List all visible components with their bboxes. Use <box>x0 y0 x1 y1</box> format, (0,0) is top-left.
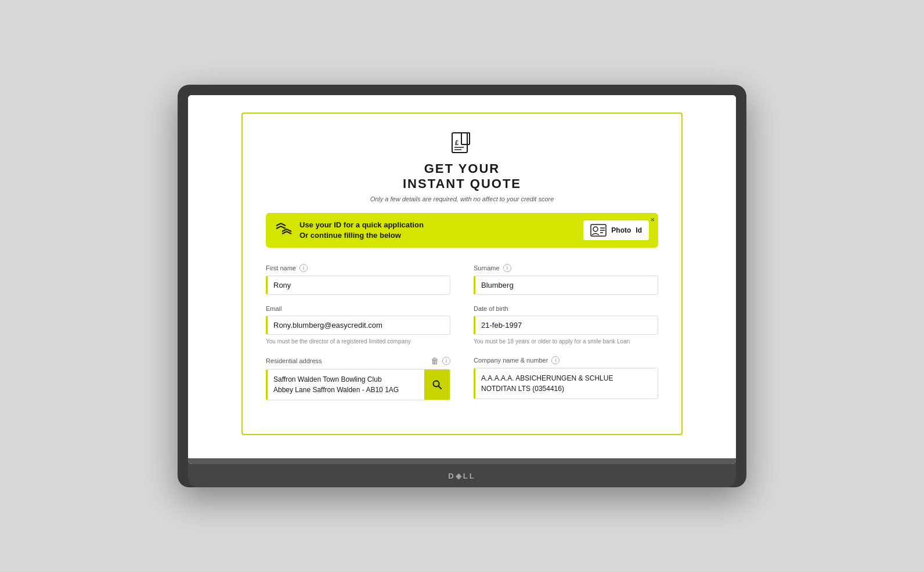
surname-group: Surname i <box>474 264 658 295</box>
surname-label: Surname i <box>474 264 658 272</box>
laptop-chin <box>188 458 736 464</box>
page-subtitle: Only a few details are required, with no… <box>266 196 658 202</box>
email-input[interactable] <box>266 316 450 335</box>
svg-point-6 <box>593 227 598 231</box>
address-info-icon[interactable]: i <box>442 357 450 365</box>
dob-input[interactable] <box>474 316 658 335</box>
svg-text:£: £ <box>455 139 459 146</box>
search-icon <box>432 380 442 389</box>
address-label: Residential address 🗑 i <box>266 356 450 365</box>
header-icon-wrapper: £ <box>450 131 474 158</box>
laptop-frame: £ GET YOUR INSTANT QUOTE Only a few deta… <box>178 85 746 487</box>
company-value: A.A.A.A.A. ABSICHERUNGEN & SCHLUE NOTDIT… <box>475 368 658 399</box>
address-value: Saffron Walden Town Bowling Club Abbey L… <box>268 370 424 400</box>
first-name-label: First name i <box>266 264 450 272</box>
first-name-input[interactable] <box>266 276 450 295</box>
id-card-icon <box>590 224 607 237</box>
svg-rect-1 <box>461 133 470 144</box>
form-row-name: First name i Surname i <box>266 264 658 295</box>
form-row-address-company: Residential address 🗑 i Saffron Walden T… <box>266 356 658 400</box>
address-delete-icon[interactable]: 🗑 <box>431 356 439 365</box>
photo-label: Photo <box>611 226 631 234</box>
form-row-email-dob: Email You must be the director of a regi… <box>266 305 658 346</box>
page-header: £ GET YOUR INSTANT QUOTE Only a few deta… <box>266 131 658 202</box>
email-hint: You must be the director of a registered… <box>266 338 450 346</box>
document-pound-icon: £ <box>450 147 474 157</box>
dob-hint: You must be 18 years or older to apply f… <box>474 338 658 346</box>
company-info-icon[interactable]: i <box>551 356 560 364</box>
address-search-button[interactable] <box>424 370 450 400</box>
page-title: GET YOUR INSTANT QUOTE <box>266 161 658 192</box>
svg-line-11 <box>439 386 442 389</box>
company-field-wrapper: A.A.A.A.A. ABSICHERUNGEN & SCHLUE NOTDIT… <box>474 368 658 399</box>
laptop-brand-label: D◈LL <box>448 472 475 480</box>
address-group: Residential address 🗑 i Saffron Walden T… <box>266 356 450 400</box>
email-label: Email <box>266 305 450 312</box>
company-label: Company name & number i <box>474 356 658 364</box>
banner-text: Use your ID for a quick application Or c… <box>299 220 424 241</box>
id-banner[interactable]: Use your ID for a quick application Or c… <box>266 213 658 248</box>
dob-label: Date of birth <box>474 305 658 312</box>
address-field-wrapper: Saffron Walden Town Bowling Club Abbey L… <box>266 369 450 400</box>
id-label: Id <box>636 226 642 234</box>
arrows-icon <box>275 222 293 238</box>
laptop-screen: £ GET YOUR INSTANT QUOTE Only a few deta… <box>188 95 736 464</box>
screen-content: £ GET YOUR INSTANT QUOTE Only a few deta… <box>188 95 736 458</box>
first-name-info-icon[interactable]: i <box>299 264 308 272</box>
company-group: Company name & number i A.A.A.A.A. ABSIC… <box>474 356 658 400</box>
surname-info-icon[interactable]: i <box>503 264 511 272</box>
first-name-group: First name i <box>266 264 450 295</box>
laptop-base: D◈LL <box>188 464 736 487</box>
banner-close-button[interactable]: × <box>650 215 655 224</box>
email-group: Email You must be the director of a regi… <box>266 305 450 346</box>
id-banner-left: Use your ID for a quick application Or c… <box>275 220 424 241</box>
dob-group: Date of birth You must be 18 years or ol… <box>474 305 658 346</box>
id-card-button[interactable]: Photo Id <box>583 220 649 240</box>
address-label-actions: 🗑 i <box>427 356 450 365</box>
form-container: £ GET YOUR INSTANT QUOTE Only a few deta… <box>241 113 683 435</box>
surname-input[interactable] <box>474 276 658 295</box>
